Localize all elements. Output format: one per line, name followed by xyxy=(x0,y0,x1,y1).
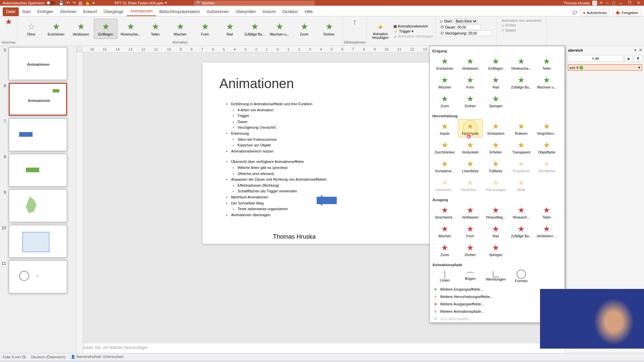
gallery-item-einfliegen[interactable]: ★Einfliegen xyxy=(94,19,117,39)
record-button[interactable]: ●Aufzeichnen xyxy=(580,9,610,16)
animation-gallery[interactable]: ☆Ohne★Erscheinen★Verblassen★Einfliegen★H… xyxy=(19,17,341,41)
path-linien[interactable]: Linien xyxy=(432,268,457,284)
tab-transitions[interactable]: Übergänge xyxy=(100,7,127,16)
thumbnail-slide-7[interactable]: 7★ xyxy=(1,118,75,151)
touch-icon[interactable]: 👆 xyxy=(85,1,90,5)
effect-springen[interactable]: ★Springen xyxy=(483,92,508,110)
gallery-item-zufällige ba...[interactable]: ★Zufällige Ba... xyxy=(243,19,266,39)
effect-erhellen[interactable]: ★Erhellen xyxy=(483,138,508,156)
animation-entry-1[interactable]: eck 9 ▾ xyxy=(568,64,642,71)
effect-verschwind-[interactable]: ★Verschwind... xyxy=(432,203,457,221)
move-earlier[interactable]: △ Früher xyxy=(501,23,542,27)
effect-zuf-llige-ba-[interactable]: ★Zufällige Ba... xyxy=(509,222,534,240)
effect-f-llfarbe[interactable]: ★Füllfarbe xyxy=(483,157,508,175)
tab-slideshow[interactable]: Bildschirmpräsentation xyxy=(156,7,203,16)
path-bögen[interactable]: Bögen xyxy=(458,268,483,284)
sync-icon[interactable]: ⟳ xyxy=(600,1,603,5)
gallery-item-teilen[interactable]: ★Teilen xyxy=(144,19,167,39)
tab-draw[interactable]: Zeichnen xyxy=(57,7,80,16)
effect-drehen[interactable]: ★Drehen xyxy=(458,241,483,259)
delay-input[interactable] xyxy=(468,31,492,36)
thumbnail-slide-6[interactable]: 6★Animationen xyxy=(1,83,75,116)
effect-einfliegen[interactable]: ★Einfliegen xyxy=(483,54,508,72)
effect-herausch-[interactable]: ★Herausch... xyxy=(509,203,534,221)
gallery-item-wachsen u...[interactable]: ★Wachsen u... xyxy=(268,19,291,39)
user-avatar[interactable]: TH xyxy=(592,1,597,5)
effect-vergr-ern-[interactable]: ★Vergrößern... xyxy=(534,119,559,137)
tab-animations[interactable]: Animationen xyxy=(127,7,156,16)
thumbnail-slide-8[interactable]: 8★ xyxy=(1,154,75,187)
gallery-item-ohne[interactable]: ☆Ohne xyxy=(19,19,43,39)
autosave-toggle[interactable]: Automatisches Speichern xyxy=(3,1,55,5)
gallery-item-form[interactable]: ★Form xyxy=(193,19,217,39)
thumbnail-slide-11[interactable]: 11★♡ xyxy=(1,260,75,293)
move-later[interactable]: ▽ Später xyxy=(501,28,542,33)
file-name[interactable]: PPT 01 Roter Faden 004.pptx▾ xyxy=(115,1,167,5)
thumbnail-slide-9[interactable]: 9★ xyxy=(1,189,75,222)
duration-input[interactable] xyxy=(458,24,481,30)
effect-form[interactable]: ★Form xyxy=(458,73,483,91)
slide-counter[interactable]: Folie 6 von 26 xyxy=(3,355,26,359)
effect-objektfarbe[interactable]: ★Objektfarbe xyxy=(534,138,559,156)
draw-icon[interactable]: 〰 xyxy=(605,1,609,5)
trigger-button[interactable]: ⚡ Trigger ▾ xyxy=(393,29,433,34)
effect-wachsen-u-[interactable]: ★Wachsen u... xyxy=(534,73,559,91)
tab-dictation[interactable]: Dictation xyxy=(279,7,302,16)
blue-arrow-shape[interactable] xyxy=(317,197,337,204)
save-icon[interactable]: 💾 xyxy=(59,1,64,5)
effect-hinausflieg-[interactable]: ★Hinausflieg... xyxy=(483,203,508,221)
more-icon[interactable]: ▾ xyxy=(93,1,95,5)
effect-kompleme-[interactable]: ★Kompleme... xyxy=(432,157,457,175)
copy-animation-button[interactable]: 🖌 Animation übertragen xyxy=(393,34,433,38)
preview-icon[interactable]: ★ xyxy=(5,17,12,26)
tab-file[interactable]: Datei xyxy=(3,7,19,16)
effect-form[interactable]: ★Form xyxy=(458,222,483,240)
effect-zoom[interactable]: ★Zoom xyxy=(432,92,457,110)
effect-impuls[interactable]: ★Impuls xyxy=(432,119,457,137)
tab-record[interactable]: Aufzeichnen xyxy=(203,7,232,16)
add-animation-button[interactable]: ✦ Animation hinzufügen xyxy=(369,23,392,40)
user-name[interactable]: Thomas Hruska xyxy=(564,1,590,5)
windows-taskbar[interactable]: ⊞ 📁 🦊 🌐 📧 📊 💬 ▶ 📷 🔥 📓 ✈ ⬛ ⚫ 🔵 🌀 🌊 📄 ▫ ☀ … xyxy=(0,360,644,362)
effect-verblassen[interactable]: ★Verblassen xyxy=(458,203,483,221)
effect-verkleinern-[interactable]: ★Verkleinern ... xyxy=(534,222,559,240)
start-select[interactable]: Beim Klicken xyxy=(454,18,478,24)
gallery-item-hineinschw...[interactable]: ★Hineinschw... xyxy=(119,19,142,39)
tab-insert[interactable]: Einfügen xyxy=(34,7,56,16)
pane-dropdown-icon[interactable]: ▾ xyxy=(634,48,636,52)
play-from-button[interactable]: n ab xyxy=(568,55,623,62)
gallery-item-erscheinen[interactable]: ★Erscheinen xyxy=(44,19,68,39)
effect-linienfarbe[interactable]: ★Linienfarbe xyxy=(458,157,483,175)
presentation-icon[interactable]: ▤ xyxy=(78,1,82,5)
path-formen[interactable]: Formen xyxy=(509,268,534,284)
play-down-button[interactable]: ▼ xyxy=(634,55,642,62)
gallery-item-wischen[interactable]: ★Wischen xyxy=(168,19,192,39)
comments-icon[interactable]: 💬 xyxy=(573,10,577,15)
effect-zuf-llige-ba-[interactable]: ★Zufällige Ba... xyxy=(509,73,534,91)
tab-help[interactable]: Hilfe xyxy=(301,7,316,16)
gallery-item-zoom[interactable]: ★Zoom xyxy=(292,19,316,39)
path-wendungen[interactable]: Wendungen xyxy=(483,268,508,284)
ribbon-mode-icon[interactable]: ▢ xyxy=(612,1,615,5)
slide-thumbnail-panel[interactable]: 5★Animationen• ...• ...• ...6★Animatione… xyxy=(0,46,76,353)
pane-close-icon[interactable]: ✕ xyxy=(639,48,642,52)
effect-durchtr-nken[interactable]: ★Durchtränken xyxy=(432,138,457,156)
effect-teilen[interactable]: ★Teilen xyxy=(534,203,559,221)
effect-options-icon[interactable]: ↑ xyxy=(353,17,357,26)
maximize-icon[interactable]: ❐ xyxy=(627,1,633,5)
undo-icon[interactable]: ↶ xyxy=(66,1,70,5)
effect-zoom[interactable]: ★Zoom xyxy=(432,241,457,259)
effect-springen[interactable]: ★Springen xyxy=(483,241,508,259)
play-up-button[interactable]: ▲ xyxy=(625,55,633,62)
effect-drehen[interactable]: ★Drehen xyxy=(458,92,483,110)
effect-wischen[interactable]: ★Wischen xyxy=(432,73,457,91)
close-icon[interactable]: ✕ xyxy=(635,1,641,5)
effect-rad[interactable]: ★Rad xyxy=(483,73,508,91)
effect-transparent[interactable]: ★Transparent xyxy=(509,138,534,156)
gallery-item-rad[interactable]: ★Rad xyxy=(218,19,241,39)
tab-design[interactable]: Entwurf xyxy=(80,7,100,16)
effect-teilen[interactable]: ★Teilen xyxy=(534,54,559,72)
gallery-item-verblassen[interactable]: ★Verblassen xyxy=(69,19,93,39)
effect-erscheinen[interactable]: ★Erscheinen xyxy=(432,54,457,72)
effect-hineinschw-[interactable]: ★Hineinschw... xyxy=(509,54,534,72)
